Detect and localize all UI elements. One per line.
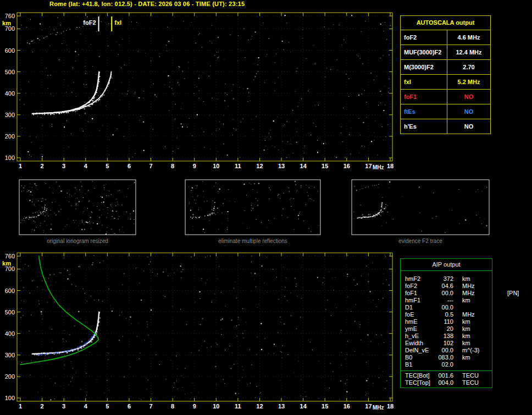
svg-text:14: 14: [300, 163, 307, 169]
aip-row-name: B0: [405, 354, 436, 361]
aip-row-B1: B102.0: [405, 361, 492, 368]
aip-row-unit: TECU: [462, 379, 489, 386]
aip-row-unit: km: [462, 325, 489, 333]
aip-row-DelN_vE: DelN_vE00.0m^(-3): [405, 347, 492, 354]
autoscala-row-fxI: fxI5.2 MHz: [401, 74, 490, 89]
svg-text:200: 200: [5, 373, 15, 380]
svg-text:15: 15: [322, 163, 328, 169]
svg-text:3: 3: [62, 163, 65, 169]
svg-text:9: 9: [193, 403, 196, 410]
svg-text:km: km: [2, 260, 11, 267]
svg-text:9: 9: [193, 163, 196, 169]
svg-text:MHz: MHz: [373, 164, 384, 170]
svg-text:5: 5: [106, 163, 109, 169]
autoscala-row-M(3000)F2: M(3000)F22.70: [401, 59, 490, 74]
autoscala-table-rows: foF24.6 MHzMUF(3000)F212.4 MHzM(3000)F22…: [401, 30, 490, 134]
aip-row-hmF2: hmF2372km: [405, 275, 492, 283]
aip-row-unit: TECU: [462, 372, 489, 379]
aip-row-value: 372: [436, 275, 453, 283]
svg-text:13: 13: [278, 163, 285, 169]
svg-text:17: 17: [365, 403, 372, 410]
autoscala-row-label: foF1: [401, 90, 447, 104]
aip-row-hmE: hmE110km: [405, 318, 492, 325]
thumbnail-caption-evidence: evidence F2 trace: [352, 238, 489, 244]
svg-text:14: 14: [300, 403, 307, 410]
aip-row-name: Ewidth: [405, 340, 436, 347]
svg-text:15: 15: [322, 403, 328, 410]
autoscala-row-foF2: foF24.6 MHz: [401, 30, 490, 45]
svg-text:2: 2: [41, 163, 44, 169]
aip-row-value: 00.0: [436, 347, 453, 354]
autoscala-row-label: M(3000)F2: [401, 60, 447, 74]
svg-text:1: 1: [19, 403, 22, 410]
svg-text:100: 100: [5, 154, 15, 161]
aip-row-foF2: foF204.6MHz: [405, 283, 492, 290]
aip-row-name: ymE: [405, 325, 436, 333]
aip-row-unit: [462, 361, 489, 368]
svg-text:12: 12: [256, 403, 263, 410]
autoscala-row-value: 12.4 MHz: [447, 45, 490, 59]
aip-row-unit: MHz: [462, 283, 489, 290]
svg-text:10: 10: [213, 163, 219, 169]
autoscala-row-value: 2.70: [447, 60, 490, 74]
svg-text:7: 7: [149, 403, 152, 410]
autoscala-row-label: fxI: [401, 75, 447, 89]
aip-row-name: h_vE: [405, 333, 436, 340]
aip-row-B0: B0083.0km: [405, 354, 492, 361]
aip-row-unit: km: [462, 333, 489, 340]
autoscala-row-label: MUF(3000)F2: [401, 45, 447, 59]
svg-text:700: 700: [5, 25, 15, 32]
thumbnail-caption-original: original ionogram resized: [19, 238, 136, 244]
svg-text:16: 16: [343, 403, 350, 410]
autoscala-row-value: 4.6 MHz: [447, 30, 490, 45]
autoscala-row-MUF(3000)F2: MUF(3000)F212.4 MHz: [401, 45, 490, 59]
svg-text:3: 3: [62, 403, 65, 410]
thumbnail-evidence-f2-trace: [352, 180, 489, 235]
svg-text:10: 10: [213, 403, 219, 410]
aip-row-h_vE: h_vE138km: [405, 333, 492, 340]
aip-row-name: B1: [405, 361, 436, 368]
aip-row-note: [PN]: [507, 290, 519, 297]
autoscala-row-foF1: foF1NO: [401, 89, 490, 104]
aip-row-ymE: ymE20km: [405, 325, 492, 333]
aip-table-rows: hmF2372kmfoF204.6MHzfoF100.0MHz[PN]hmF1-…: [401, 271, 492, 370]
thumbnail-caption-eliminate: eliminate multiple reflections: [185, 238, 320, 244]
svg-text:200: 200: [5, 133, 15, 140]
profile-ionogram-plot: 7607006005004003002001001234567891011121…: [2, 253, 394, 411]
svg-text:300: 300: [5, 112, 15, 118]
aip-row-name: TEC[Top]: [405, 379, 436, 386]
aip-row-name: DelN_vE: [405, 347, 436, 354]
aip-row-unit: MHz: [462, 290, 489, 297]
aip-row-value: 20: [436, 325, 453, 333]
thumbnail-original-ionogram: [19, 180, 136, 235]
aip-row-D1: D100.0: [405, 304, 492, 311]
aip-row-name: hmF2: [405, 275, 436, 283]
svg-text:fxI: fxI: [114, 19, 121, 26]
svg-text:11: 11: [235, 403, 241, 410]
aip-row-foE: foE0.5MHz: [405, 311, 492, 318]
aip-row-value: 110: [436, 318, 453, 325]
svg-text:1: 1: [19, 163, 22, 169]
svg-text:17: 17: [365, 163, 372, 169]
svg-text:8: 8: [171, 403, 174, 410]
aip-row-unit: km: [462, 354, 489, 361]
svg-text:13: 13: [278, 403, 285, 410]
svg-text:6: 6: [128, 163, 131, 169]
aip-row-Ewidth: Ewidth102km: [405, 340, 492, 347]
autoscala-row-label: h'Es: [401, 119, 447, 134]
aip-row-unit: m^(-3): [462, 347, 489, 354]
svg-text:760: 760: [5, 253, 15, 259]
aip-row-name: hmF1: [405, 297, 436, 304]
svg-text:km: km: [2, 20, 11, 26]
autoscala-row-value: 5.2 MHz: [447, 75, 490, 89]
aip-row-unit: MHz: [462, 311, 489, 318]
aip-row-value: 02.0: [436, 361, 453, 368]
aip-row-hmF1: hmF1---km: [405, 297, 492, 304]
aip-row-name: foF2: [405, 283, 436, 290]
svg-text:6: 6: [128, 403, 131, 410]
aip-row-TEC[Top]: TEC[Top]004.0TECU: [405, 379, 492, 386]
aip-row-unit: [462, 304, 489, 311]
aip-row-name: D1: [405, 304, 436, 311]
aip-table-header: AIP output: [401, 259, 492, 271]
aip-row-TEC[Bot]: TEC[Bot]001.6TECU: [405, 372, 492, 379]
